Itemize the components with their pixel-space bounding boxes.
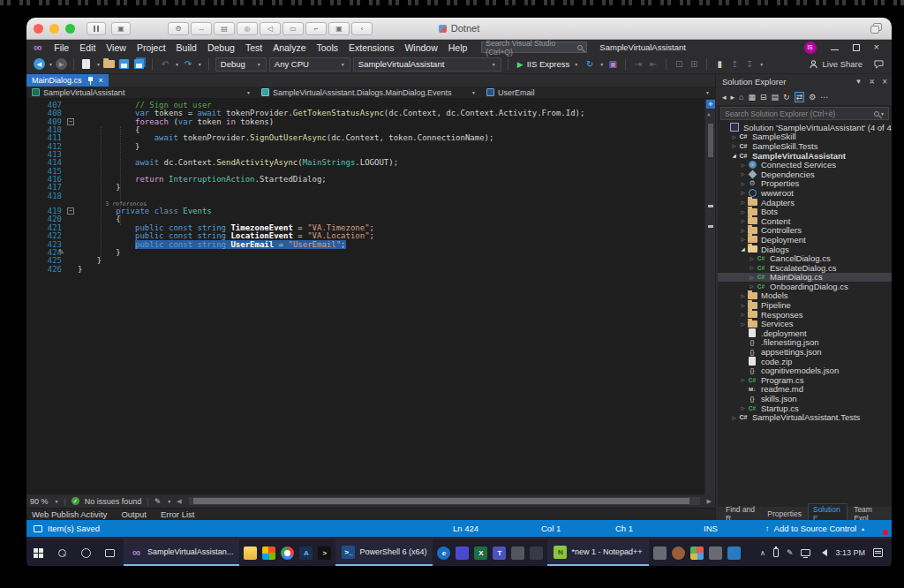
vs-search-input[interactable]: Search Visual Studio (Ctrl+Q) [481, 41, 587, 53]
tree-item-samplevirtualassistant[interactable]: ◢C#SampleVirtualAssistant [718, 151, 892, 161]
add-to-source-control-button[interactable]: ↑ Add to Source Control ▲ [765, 520, 865, 537]
suspend-vm-button[interactable] [87, 22, 106, 35]
taskbar-search-icon[interactable] [50, 539, 74, 566]
scrollbar-thumb[interactable] [708, 124, 713, 157]
find-in-files-icon[interactable]: ⊡ [673, 58, 685, 71]
tree-item-appsettings-json[interactable]: {}appsettings.json [718, 347, 892, 357]
fullscreen-icon[interactable] [870, 23, 883, 34]
usb-icon[interactable]: ⌐ [305, 22, 327, 35]
collapsed-arrow-icon[interactable]: ▷ [739, 377, 747, 382]
task-view-icon[interactable] [98, 539, 122, 566]
tree-item-controllers[interactable]: ▷Controllers [718, 226, 892, 236]
tree-item-bots[interactable]: ▷Bots [718, 207, 892, 216]
start-debugging-button[interactable]: ▶ IIS Express▼ [515, 59, 581, 69]
menu-extensions[interactable]: Extensions [343, 42, 399, 53]
editor-vertical-scrollbar[interactable]: ✛ ▲ [704, 99, 715, 494]
tree-item-maindialog-cs[interactable]: ▷C#MainDialog.cs [718, 273, 892, 283]
volume-icon[interactable] [818, 549, 827, 556]
network-icon[interactable] [801, 549, 810, 556]
panel-tab-error-list[interactable]: Error List [161, 509, 195, 519]
tree-item-services[interactable]: ▷Services [718, 319, 892, 328]
expanded-arrow-icon[interactable]: ◢ [730, 153, 738, 158]
collapsed-arrow-icon[interactable]: ▷ [739, 321, 747, 327]
solution-platform-select[interactable]: Any CPU▼ [269, 57, 350, 72]
menu-window[interactable]: Window [399, 42, 442, 53]
pen-icon[interactable]: ✎ [787, 548, 794, 557]
menu-view[interactable]: View [101, 42, 132, 53]
minimize-button[interactable] [831, 49, 839, 51]
clock[interactable]: 3:13 PM [835, 548, 865, 557]
tree-item-models[interactable]: ▷Models [718, 291, 892, 301]
tree-item-deployment[interactable]: ▷Deployment [718, 235, 892, 245]
menu-debug[interactable]: Debug [202, 42, 240, 53]
menu-analyze[interactable]: Analyze [267, 42, 311, 53]
powershell-task[interactable]: >_PowerShell 6 (x64) [335, 539, 433, 566]
collapsed-arrow-icon[interactable]: ▷ [739, 228, 747, 233]
collapsed-arrow-icon[interactable]: ▷ [748, 275, 756, 280]
account-avatar[interactable]: IS [804, 41, 817, 54]
notepad-plus-plus-task[interactable]: N*new 1 - Notepad++ [547, 539, 648, 566]
devops-icon[interactable] [725, 539, 743, 566]
tree-item-responses[interactable]: ▷Responses [718, 310, 892, 320]
refresh-icon[interactable]: ↻ [783, 93, 790, 102]
archive-app-icon[interactable] [706, 539, 725, 566]
tree-item-escalatedialog-cs[interactable]: ▷C#EscalateDialog.cs [718, 263, 892, 273]
show-all-files-icon[interactable]: ▤ [772, 93, 780, 102]
notifications-bell-icon[interactable] [876, 523, 886, 534]
breadcrumb-type-dropdown[interactable]: SampleVirtualAssistant.Dialogs.MainDialo… [256, 87, 481, 98]
tree-item--deployment[interactable]: .deployment [718, 328, 892, 338]
step-over-icon[interactable]: ⇤ [647, 58, 659, 71]
file-explorer-icon[interactable] [241, 539, 260, 566]
menu-build[interactable]: Build [171, 42, 202, 53]
hidden-icons-chevron[interactable]: ∧ [760, 549, 765, 557]
menu-file[interactable]: File [49, 42, 74, 53]
comment-icon[interactable]: ⊞ [688, 58, 700, 71]
collapsed-arrow-icon[interactable]: ▷ [748, 265, 756, 270]
tree-item-startup-cs[interactable]: ▷C#Startup.cs [718, 403, 892, 413]
minimize-traffic-light[interactable] [49, 24, 59, 34]
lock-icon[interactable]: ◎ [237, 22, 258, 35]
tree-item-skills-json[interactable]: {}skills.json [718, 394, 892, 403]
tree-item-adapters[interactable]: ▷Adapters [718, 198, 892, 207]
office-grid-icon[interactable] [688, 539, 706, 566]
remote-app-icon[interactable] [651, 539, 669, 566]
teams-icon[interactable]: T [490, 539, 508, 566]
snapshot-button[interactable]: ▣ [111, 22, 131, 35]
zoom-level-select[interactable]: 90 % [30, 497, 49, 506]
battery-icon[interactable] [773, 548, 779, 557]
close-button[interactable]: × [874, 42, 879, 52]
indent-icon[interactable]: ↥ [728, 58, 741, 71]
scroll-up-icon[interactable]: ▲ [707, 110, 711, 117]
split-editor-handle[interactable]: ✛ [706, 100, 715, 109]
tree-item-dialogs[interactable]: ◢Dialogs [718, 245, 892, 254]
collapsed-arrow-icon[interactable]: ▷ [739, 303, 747, 308]
code-editor[interactable]: 407 // Sign out user408 var tokens = awa… [26, 99, 715, 494]
editor-horizontal-scrollbar[interactable] [189, 497, 700, 505]
safari-icon[interactable] [669, 539, 688, 566]
close-panel-icon[interactable]: × [882, 77, 887, 87]
collapsed-arrow-icon[interactable]: ▷ [739, 171, 747, 177]
tree-item-code-zip[interactable]: code.zip [718, 357, 892, 366]
tree-item--filenesting-json[interactable]: {}.filenesting.json [718, 338, 892, 348]
menu-help[interactable]: Help [443, 42, 473, 53]
tree-item-onboardingdialog-cs[interactable]: ▷C#OnboardingDialog.cs [718, 282, 892, 291]
tree-item-pipeline[interactable]: ▷Pipeline [718, 300, 892, 310]
collapsed-arrow-icon[interactable]: ▷ [739, 312, 747, 317]
step-into-icon[interactable]: ⇥ [632, 58, 644, 71]
expanded-arrow-icon[interactable]: ◢ [739, 246, 747, 252]
restore-button[interactable] [853, 44, 860, 51]
live-share-button[interactable]: Live Share [809, 59, 863, 69]
tree-item-content[interactable]: ▷Content [718, 216, 892, 226]
collapse-region-icon[interactable]: − [67, 118, 74, 125]
outdent-icon[interactable]: ↧ [743, 58, 756, 71]
printer-icon[interactable]: ▤ [214, 22, 235, 35]
window-position-icon[interactable]: ▼ [855, 78, 863, 86]
menu-project[interactable]: Project [132, 42, 171, 53]
tree-item-canceldialog-cs[interactable]: ▷C#CancelDialog.cs [718, 253, 892, 263]
pin-icon[interactable] [87, 77, 94, 85]
back-icon[interactable]: ◂ [722, 93, 727, 102]
menu-edit[interactable]: Edit [74, 42, 101, 53]
pin-panel-icon[interactable]: ✛ [867, 76, 877, 86]
collapsed-arrow-icon[interactable]: ▷ [739, 200, 747, 205]
share-icon[interactable]: ▣ [328, 22, 350, 35]
